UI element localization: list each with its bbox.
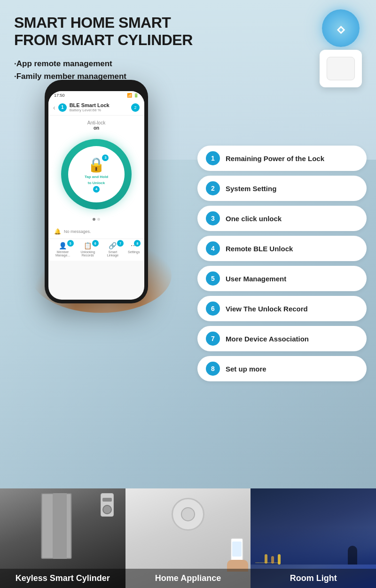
- dot-2: [97, 218, 100, 221]
- dot-1: [93, 218, 95, 221]
- feature-text-7: More Device Association: [226, 335, 309, 343]
- lock-badge-4: 4: [93, 186, 100, 193]
- card-appliance: Home Appliance: [125, 488, 251, 588]
- nav-records[interactable]: 6 📋 Unlocking Records: [78, 242, 98, 257]
- feature-num-6: 6: [206, 302, 220, 316]
- antilock-label: Anti-lock: [48, 120, 144, 125]
- bottom-section: Keyless Smart Cylinder Home Appliance ●●…: [0, 488, 376, 588]
- nav-label-linkage: Smart Linkage: [103, 250, 123, 257]
- lock-icon-area: 🔒 3 Tap and Hold to Unlock 4: [85, 156, 108, 193]
- nav-member[interactable]: 5 👤 Member Manage...: [53, 242, 73, 257]
- feature-item-4: 4 Remote BLE Unlock: [197, 236, 367, 261]
- ble-hardware-box: [320, 50, 362, 87]
- phone-notification: 🔔 No messages.: [48, 224, 144, 239]
- ble-hardware-inner: [327, 57, 355, 80]
- feature-text-2: System Setting: [226, 185, 276, 193]
- card-appliance-label: Home Appliance: [125, 569, 251, 588]
- phone-signal-icons: 📶 🔋: [127, 93, 139, 98]
- lock-badge-3: 3: [102, 155, 109, 161]
- feature-num-8: 8: [206, 362, 220, 376]
- feature-item-8: 8 Set up more: [197, 356, 367, 381]
- header-badge-1: 1: [58, 103, 67, 112]
- nav-linkage[interactable]: 7 🔗 Smart Linkage: [103, 242, 123, 257]
- feature-num-7: 7: [206, 332, 220, 346]
- feature-item-6: 6 View The Unlock Record: [197, 296, 367, 321]
- feature-item-7: 7 More Device Association: [197, 326, 367, 351]
- card-room: ●●●●●●●●●●●●●●●●●●●●●●●●●●●●● Room Light: [251, 488, 376, 588]
- nav-badge-5: 5: [67, 240, 74, 247]
- bluetooth-icon: ⬦: [336, 18, 346, 38]
- card-keyless: Keyless Smart Cylinder: [0, 488, 125, 588]
- feature-item-3: 3 One click unlock: [197, 206, 367, 231]
- headline: SMART HOME SMART FROM SMART CYLINDER: [14, 14, 362, 49]
- feature-item-1: 1 Remaining Power of the Lock: [197, 146, 367, 171]
- feature-num-4: 4: [206, 241, 220, 255]
- phone-status-bar: 17:50 📶 🔋: [48, 91, 144, 100]
- ble-device-display: ⬦: [320, 9, 362, 87]
- feature-text-6: View The Unlock Record: [226, 305, 308, 313]
- nav-icon-member: 👤: [59, 242, 67, 249]
- antilock-value: on: [48, 125, 144, 131]
- phone-lock-area[interactable]: 🔒 3 Tap and Hold to Unlock 4: [48, 134, 144, 214]
- nav-icon-linkage: 🔗: [109, 242, 117, 249]
- nav-label-settings: Settings: [128, 250, 140, 254]
- phone-battery-level: Battery Level:68 %: [70, 108, 131, 112]
- phone-app-header: ‹ 1 BLE Smart Lock Battery Level:68 % 2: [48, 100, 144, 116]
- nav-label-records: Unlocking Records: [78, 250, 98, 257]
- feature-item-2: 2 System Setting: [197, 176, 367, 201]
- back-icon[interactable]: ‹: [53, 104, 55, 111]
- feature-text-1: Remaining Power of the Lock: [226, 155, 324, 162]
- bullet-points: ·App remote management ·Family member ma…: [14, 57, 362, 83]
- nav-icon-records: 📋: [84, 242, 92, 249]
- hero-section: SMART HOME SMART FROM SMART CYLINDER ·Ap…: [0, 0, 376, 488]
- nav-badge-8: 8: [134, 240, 141, 247]
- phone-device-name: BLE Smart Lock: [70, 102, 131, 108]
- phone-title-area: BLE Smart Lock Battery Level:68 %: [70, 102, 131, 112]
- phone-screen: 17:50 📶 🔋 ‹ 1 BLE Smart Lock Battery Lev…: [48, 91, 144, 300]
- phone-mockup-area: 17:50 📶 🔋 ‹ 1 BLE Smart Lock Battery Lev…: [7, 80, 186, 303]
- tap-hold-text-2: to Unlock: [88, 181, 105, 185]
- feature-item-5: 5 User Management: [197, 266, 367, 291]
- card-room-label: Room Light: [251, 569, 376, 588]
- bullet-item-1: ·App remote management: [14, 57, 362, 70]
- nav-badge-6: 6: [92, 240, 99, 247]
- nav-settings[interactable]: 8 ⋯ Settings: [128, 242, 140, 257]
- lock-outer-ring: 🔒 3 Tap and Hold to Unlock 4: [61, 139, 132, 209]
- notification-text: No messages.: [64, 229, 91, 234]
- lock-inner-ring: 🔒 3 Tap and Hold to Unlock 4: [68, 146, 125, 202]
- feature-text-3: One click unlock: [226, 215, 282, 223]
- nav-badge-7: 7: [117, 240, 124, 247]
- phone-time: 17:50: [54, 93, 65, 98]
- phone-notch: [85, 84, 108, 91]
- feature-num-3: 3: [206, 211, 220, 225]
- card-keyless-label: Keyless Smart Cylinder: [0, 569, 125, 588]
- phone-bottom-nav: 5 👤 Member Manage... 6 📋 Unlocking Recor…: [48, 239, 144, 261]
- feature-text-8: Set up more: [226, 365, 266, 373]
- tap-hold-text-1: Tap and Hold: [85, 175, 108, 179]
- feature-num-2: 2: [206, 181, 220, 195]
- phone-antilock: Anti-lock on: [48, 116, 144, 134]
- phone-page-dots: [48, 214, 144, 224]
- feature-text-4: Remote BLE Unlock: [226, 245, 293, 253]
- feature-list: 1 Remaining Power of the Lock 2 System S…: [197, 146, 367, 381]
- phone-outer: 17:50 📶 🔋 ‹ 1 BLE Smart Lock Battery Lev…: [45, 80, 148, 303]
- feature-text-5: User Management: [226, 275, 286, 283]
- feature-num-5: 5: [206, 271, 220, 286]
- nav-label-member: Member Manage...: [53, 250, 73, 257]
- notification-icon: 🔔: [54, 228, 61, 235]
- bluetooth-circle: ⬦: [322, 9, 360, 47]
- feature-num-1: 1: [206, 151, 220, 165]
- header-edit-badge[interactable]: 2: [131, 103, 140, 112]
